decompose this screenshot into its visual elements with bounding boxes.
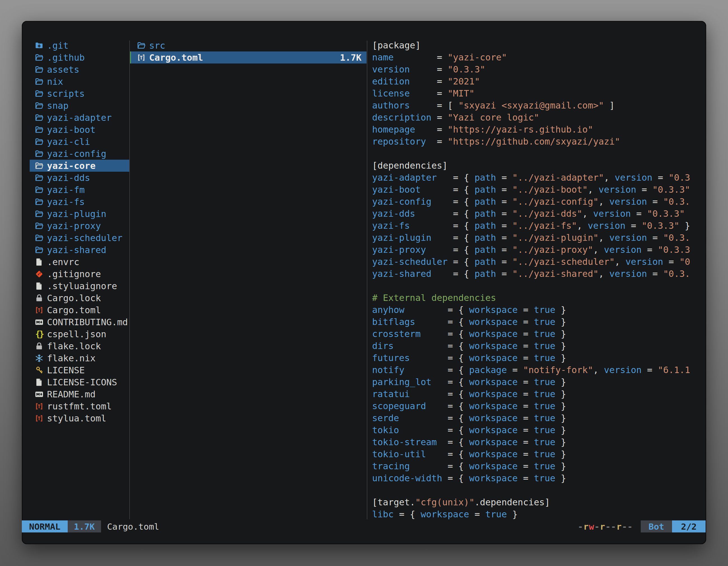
toml-icon	[34, 413, 44, 423]
file-name: yazi-scheduler	[47, 233, 123, 243]
file-name: assets	[47, 64, 79, 75]
lock-icon	[34, 293, 44, 303]
file-row[interactable]: CONTRIBUTING.md	[30, 316, 130, 328]
lock-icon	[34, 341, 44, 351]
preview-line: bitflags = { workspace = true }	[372, 316, 707, 328]
preview-line: [dependencies]	[372, 160, 707, 172]
file-name: .github	[47, 52, 85, 63]
preview-line: license = "MIT"	[372, 88, 707, 100]
file-name: yazi-boot	[47, 125, 95, 135]
file-icon	[34, 281, 44, 291]
file-row[interactable]: snap	[30, 100, 130, 112]
file-name: yazi-plugin	[47, 209, 106, 219]
preview-line: yazi-proxy = { path = "../yazi-proxy", v…	[372, 244, 707, 256]
file-size-badge: 1.7K	[68, 520, 101, 532]
preview-line: notify = { package = "notify-fork", vers…	[372, 364, 707, 376]
file-name: yazi-cli	[47, 137, 90, 147]
file-name: nix	[47, 76, 63, 87]
file-name: .styluaignore	[47, 281, 117, 291]
toml-icon	[34, 305, 44, 315]
file-row[interactable]: stylua.toml	[30, 412, 130, 424]
file-row[interactable]: {}cspell.json	[30, 328, 130, 340]
file-row[interactable]: Cargo.toml	[30, 304, 130, 316]
file-icon	[34, 377, 44, 387]
file-row[interactable]: .envrc	[30, 256, 130, 268]
preview-line: unicode-width = { workspace = true }	[372, 472, 707, 484]
file-permissions: -rw-r--r--	[578, 520, 633, 532]
folder-open-icon	[34, 113, 44, 123]
file-row[interactable]: README.md	[30, 388, 130, 400]
file-row[interactable]: flake.lock	[30, 340, 130, 352]
file-name: rustfmt.toml	[47, 401, 112, 412]
file-name: CONTRIBUTING.md	[47, 317, 128, 327]
file-row[interactable]: .styluaignore	[30, 280, 130, 292]
file-row[interactable]: .github	[30, 51, 130, 64]
file-row[interactable]: .gitignore	[30, 268, 130, 280]
file-row[interactable]: yazi-proxy	[30, 220, 130, 232]
file-name: .gitignore	[47, 269, 101, 280]
file-row[interactable]: yazi-core	[30, 160, 130, 172]
file-icon	[34, 257, 44, 267]
folder-open-icon	[34, 53, 44, 63]
parent-directory-pane: .git.githubassetsnixscriptssnapyazi-adap…	[22, 39, 130, 424]
folder-open-icon	[34, 101, 44, 111]
pane-divider-left	[129, 41, 130, 519]
file-name: .envrc	[47, 257, 79, 267]
file-name: yazi-fs	[47, 197, 85, 207]
file-row[interactable]: src	[130, 39, 367, 51]
file-row[interactable]: yazi-dds	[30, 172, 130, 184]
preview-line: tracing = { workspace = true }	[372, 460, 707, 472]
snowflake-icon	[34, 353, 44, 363]
file-row[interactable]: Cargo.toml1.7K	[130, 51, 367, 64]
preview-line: parking_lot = { workspace = true }	[372, 376, 707, 388]
file-row[interactable]: Cargo.lock	[30, 292, 130, 304]
file-row[interactable]: yazi-adapter	[30, 112, 130, 124]
preview-line: libc = { workspace = true }	[372, 508, 707, 520]
file-row[interactable]: yazi-plugin	[30, 208, 130, 220]
preview-line: ratatui = { workspace = true }	[372, 388, 707, 400]
folder-open-icon	[136, 41, 146, 51]
folder-open-icon	[34, 137, 44, 147]
toml-icon	[34, 401, 44, 411]
file-name: yazi-shared	[47, 245, 106, 255]
preview-line: anyhow = { workspace = true }	[372, 304, 707, 316]
status-spacer	[159, 520, 578, 532]
file-row[interactable]: .git	[30, 39, 130, 51]
file-row[interactable]: yazi-fm	[30, 184, 130, 196]
file-row[interactable]: yazi-scheduler	[30, 232, 130, 244]
file-row[interactable]: yazi-cli	[30, 136, 130, 148]
file-row[interactable]: yazi-fs	[30, 196, 130, 208]
file-row[interactable]: LICENSE-ICONS	[30, 376, 130, 388]
file-row[interactable]: rustfmt.toml	[30, 400, 130, 412]
preview-line: yazi-fs = { path = "../yazi-fs", version…	[372, 220, 707, 232]
folder-open-icon	[34, 149, 44, 159]
folder-open-icon	[34, 125, 44, 135]
file-name: .git	[47, 40, 69, 51]
folder-open-icon	[34, 185, 44, 195]
file-name: yazi-dds	[47, 173, 90, 183]
file-row[interactable]: nix	[30, 76, 130, 88]
file-row[interactable]: yazi-shared	[30, 244, 130, 256]
preview-line: [target."cfg(unix)".dependencies]	[372, 496, 707, 508]
file-row[interactable]: flake.nix	[30, 352, 130, 364]
file-row[interactable]: yazi-config	[30, 148, 130, 160]
markdown-icon	[34, 317, 44, 327]
preview-line: yazi-boot = { path = "../yazi-boot", ver…	[372, 184, 707, 196]
cursor-position-badge: 2/2	[672, 520, 706, 532]
file-name: yazi-proxy	[47, 221, 101, 231]
file-size: 1.7K	[340, 52, 361, 63]
file-name: scripts	[47, 88, 85, 99]
file-row[interactable]: scripts	[30, 88, 130, 100]
file-row[interactable]: LICENSE	[30, 364, 130, 376]
file-name: yazi-adapter	[47, 112, 112, 123]
file-name: Cargo.toml	[47, 305, 101, 315]
preview-line: yazi-plugin = { path = "../yazi-plugin",…	[372, 232, 707, 244]
preview-line: scopeguard = { workspace = true }	[372, 400, 707, 412]
file-preview-pane: [package]name = "yazi-core"version = "0.…	[372, 39, 707, 520]
preview-line: yazi-adapter = { path = "../yazi-adapter…	[372, 172, 707, 184]
key-icon	[34, 365, 44, 375]
file-name: src	[149, 40, 165, 51]
file-row[interactable]: yazi-boot	[30, 124, 130, 136]
folder-open-icon	[34, 89, 44, 99]
file-row[interactable]: assets	[30, 64, 130, 76]
